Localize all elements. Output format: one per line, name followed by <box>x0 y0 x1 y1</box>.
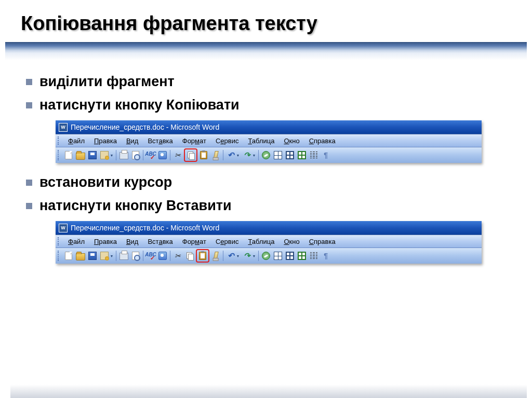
show-formatting-button[interactable] <box>320 149 331 161</box>
permission-button[interactable] <box>99 149 110 161</box>
cut-button[interactable] <box>172 250 183 262</box>
slide-bottom-shadow <box>10 385 527 398</box>
print-button[interactable] <box>118 149 129 161</box>
menu-edit[interactable]: Правка <box>89 136 122 146</box>
bullet-marker <box>26 102 32 108</box>
menu-window[interactable]: Окно <box>279 237 304 246</box>
slide-title: Копіювання фрагмента тексту <box>21 12 511 35</box>
menu-view[interactable]: Вид <box>122 237 143 246</box>
menu-tools[interactable]: Сервис <box>211 136 244 146</box>
columns-button[interactable] <box>308 149 320 161</box>
dropdown-arrow-icon[interactable]: ▼ <box>110 149 114 161</box>
paste-button[interactable] <box>198 149 209 161</box>
title-underline <box>5 42 527 60</box>
menu-file[interactable]: Файл <box>63 237 89 246</box>
save-button[interactable] <box>87 149 98 161</box>
word-app-icon: W <box>59 224 68 232</box>
bullet-text: встановити курсор <box>39 174 172 190</box>
tables-borders-button[interactable] <box>272 149 284 161</box>
research-button[interactable] <box>157 250 168 262</box>
toolbar-handle <box>58 150 60 160</box>
print-preview-button[interactable] <box>130 250 141 262</box>
dropdown-arrow-icon[interactable]: ▼ <box>236 250 240 262</box>
menu-edit[interactable]: Правка <box>89 237 122 246</box>
separator <box>258 150 259 160</box>
permission-button[interactable] <box>99 250 110 262</box>
dropdown-arrow-icon[interactable]: ▼ <box>110 250 114 262</box>
spellcheck-button[interactable] <box>145 149 156 161</box>
dropdown-arrow-icon[interactable]: ▼ <box>252 149 256 161</box>
copy-button[interactable] <box>184 250 195 262</box>
open-button[interactable] <box>75 149 86 161</box>
insert-excel-button[interactable] <box>296 149 308 161</box>
word-toolbar: ▼ ▼ ▼ <box>56 147 482 163</box>
menubar-handle <box>58 237 60 245</box>
columns-button[interactable] <box>308 250 320 262</box>
menu-insert[interactable]: Вставка <box>143 136 177 146</box>
word-toolbar: ▼ ▼ ▼ <box>56 248 482 264</box>
bullet-item: натиснути кнопку Копіювати <box>26 97 511 113</box>
word-menubar: Файл Правка Вид Вставка Формат Сервис Та… <box>56 134 482 147</box>
window-title: Перечисление_средств.doc - Microsoft Wor… <box>71 123 219 131</box>
dropdown-arrow-icon[interactable]: ▼ <box>236 149 240 161</box>
separator <box>116 150 116 160</box>
insert-table-button[interactable] <box>284 250 296 262</box>
separator <box>258 251 259 261</box>
separator <box>116 251 116 261</box>
menu-file[interactable]: Файл <box>63 136 89 146</box>
menu-table[interactable]: Таблица <box>243 136 279 146</box>
redo-button[interactable] <box>241 250 252 262</box>
slide: Копіювання фрагмента тексту виділити фра… <box>0 0 532 398</box>
copy-button[interactable] <box>184 148 197 162</box>
menu-help[interactable]: Справка <box>304 136 340 146</box>
save-button[interactable] <box>87 250 98 262</box>
open-button[interactable] <box>75 250 86 262</box>
new-button[interactable] <box>63 250 74 262</box>
word-screenshot-copy: W Перечисление_средств.doc - Microsoft W… <box>56 120 482 163</box>
menu-table[interactable]: Таблица <box>243 237 279 246</box>
separator <box>170 251 170 261</box>
research-button[interactable] <box>157 149 168 161</box>
menu-help[interactable]: Справка <box>304 237 340 246</box>
insert-excel-button[interactable] <box>296 250 308 262</box>
hyperlink-button[interactable] <box>260 250 272 262</box>
bullet-marker <box>26 203 32 209</box>
dropdown-arrow-icon[interactable]: ▼ <box>252 250 256 262</box>
hyperlink-button[interactable] <box>260 149 272 161</box>
print-preview-button[interactable] <box>130 149 141 161</box>
menu-format[interactable]: Формат <box>178 237 211 246</box>
bullet-marker <box>26 180 32 186</box>
show-formatting-button[interactable] <box>320 250 331 262</box>
bullet-marker <box>26 79 32 85</box>
menu-insert[interactable]: Вставка <box>143 237 177 246</box>
insert-table-button[interactable] <box>284 149 296 161</box>
format-painter-button[interactable] <box>210 149 221 161</box>
menu-format[interactable]: Формат <box>178 136 211 146</box>
separator <box>223 150 223 160</box>
paste-button[interactable] <box>196 249 209 263</box>
cut-button[interactable] <box>172 149 183 161</box>
menu-view[interactable]: Вид <box>122 136 143 146</box>
undo-button[interactable] <box>225 149 236 161</box>
format-painter-button[interactable] <box>210 250 221 262</box>
separator <box>143 251 143 261</box>
menu-tools[interactable]: Сервис <box>211 237 244 246</box>
word-screenshot-paste: W Перечисление_средств.doc - Microsoft W… <box>56 221 482 264</box>
bullet-item: виділити фрагмент <box>26 74 511 90</box>
slide-content: виділити фрагмент натиснути кнопку Копію… <box>21 74 511 264</box>
word-menubar: Файл Правка Вид Вставка Формат Сервис Та… <box>56 235 482 248</box>
bullet-text: виділити фрагмент <box>39 74 175 90</box>
tables-borders-button[interactable] <box>272 250 284 262</box>
separator <box>170 150 170 160</box>
new-button[interactable] <box>63 149 74 161</box>
menubar-handle <box>58 136 60 145</box>
print-button[interactable] <box>118 250 129 262</box>
redo-button[interactable] <box>241 149 252 161</box>
separator <box>223 251 223 261</box>
undo-button[interactable] <box>225 250 236 262</box>
spellcheck-button[interactable] <box>145 250 156 262</box>
menu-window[interactable]: Окно <box>279 136 304 146</box>
word-titlebar: W Перечисление_средств.doc - Microsoft W… <box>56 221 482 235</box>
bullet-text: натиснути кнопку Копіювати <box>39 97 240 113</box>
window-title: Перечисление_средств.doc - Microsoft Wor… <box>71 224 219 232</box>
